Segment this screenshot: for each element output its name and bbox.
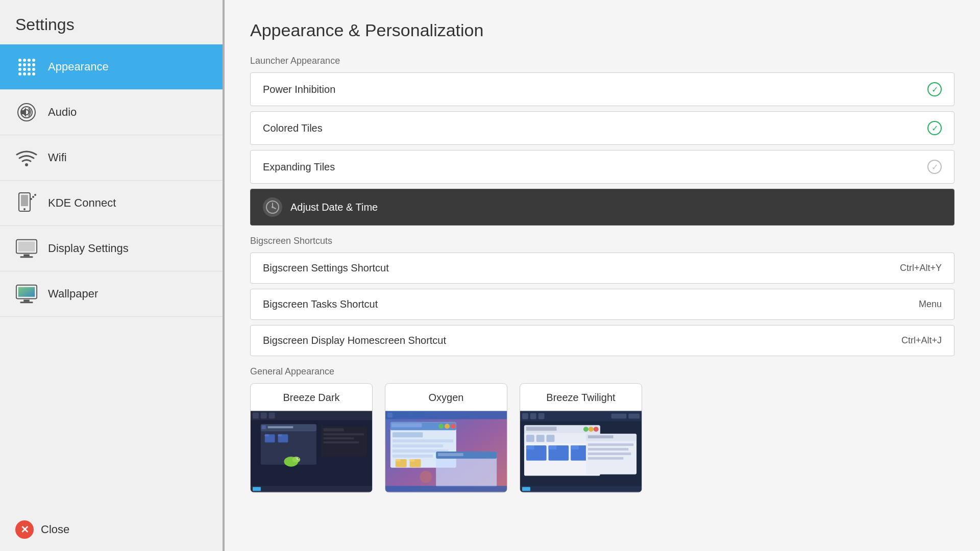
kde-connect-icon <box>15 192 38 214</box>
sidebar-item-kde-connect[interactable]: KDE Connect <box>0 181 223 226</box>
svg-rect-26 <box>261 413 267 419</box>
sidebar: Settings Appearance Audio <box>0 0 225 551</box>
svg-rect-67 <box>438 453 463 456</box>
svg-rect-62 <box>396 459 401 462</box>
sidebar-item-wallpaper[interactable]: Wallpaper <box>0 271 223 317</box>
bigscreen-tasks-shortcut-label: Bigscreen Tasks Shortcut <box>263 298 378 310</box>
svg-rect-6 <box>21 195 28 206</box>
sidebar-item-audio[interactable]: Audio <box>0 90 223 135</box>
svg-rect-45 <box>324 437 354 439</box>
general-appearance-label: General Appearance <box>250 366 954 377</box>
svg-point-81 <box>589 427 594 432</box>
svg-point-10 <box>34 194 36 196</box>
svg-rect-56 <box>393 432 423 437</box>
svg-point-54 <box>445 423 450 429</box>
svg-rect-46 <box>324 441 359 443</box>
theme-breeze-dark-preview <box>251 411 372 492</box>
sidebar-item-appearance[interactable]: Appearance <box>0 44 223 90</box>
adjust-date-time-row[interactable]: Adjust Date & Time <box>250 189 954 226</box>
svg-rect-85 <box>536 435 545 442</box>
svg-point-55 <box>438 423 444 429</box>
svg-rect-44 <box>324 433 364 435</box>
svg-rect-14 <box>20 256 33 258</box>
svg-point-8 <box>30 198 32 200</box>
svg-rect-104 <box>520 486 642 492</box>
svg-rect-88 <box>526 445 534 449</box>
bigscreen-settings-shortcut-label: Bigscreen Settings Shortcut <box>263 262 389 274</box>
svg-rect-75 <box>611 414 627 419</box>
colored-tiles-check: ✓ <box>927 121 942 135</box>
svg-rect-105 <box>522 487 530 491</box>
svg-rect-100 <box>588 443 633 446</box>
expanding-tiles-check: ✓ <box>927 160 942 174</box>
bigscreen-settings-shortcut[interactable]: Bigscreen Settings Shortcut Ctrl+Alt+Y <box>250 253 954 284</box>
svg-rect-92 <box>571 445 579 449</box>
theme-breeze-twilight-label: Breeze Twilight <box>520 384 642 411</box>
wallpaper-icon <box>15 283 38 305</box>
main-content: Appearance & Personalization Launcher Ap… <box>225 0 980 551</box>
svg-rect-84 <box>526 435 534 442</box>
svg-rect-49 <box>387 413 393 418</box>
svg-rect-57 <box>393 439 453 442</box>
svg-rect-12 <box>18 242 35 252</box>
svg-point-53 <box>451 423 456 429</box>
theme-breeze-dark-label: Breeze Dark <box>251 384 372 411</box>
svg-point-82 <box>583 427 589 432</box>
svg-rect-86 <box>547 435 555 442</box>
power-inhibition-label: Power Inhibition <box>263 84 335 95</box>
sidebar-item-audio-label: Audio <box>48 106 77 119</box>
svg-rect-41 <box>253 487 261 491</box>
svg-rect-76 <box>628 414 640 419</box>
theme-breeze-twilight-preview <box>520 411 642 492</box>
close-button[interactable]: ✕ Close <box>0 508 223 551</box>
svg-point-4 <box>25 163 28 166</box>
svg-point-9 <box>32 196 34 198</box>
audio-icon <box>15 101 38 123</box>
svg-rect-90 <box>549 445 557 449</box>
sidebar-item-wallpaper-label: Wallpaper <box>48 287 98 300</box>
svg-rect-13 <box>23 254 29 256</box>
svg-point-68 <box>420 471 432 483</box>
bigscreen-homescreen-shortcut-key: Ctrl+Alt+J <box>901 335 942 346</box>
svg-rect-73 <box>530 413 536 419</box>
close-icon: ✕ <box>15 520 34 539</box>
power-inhibition-check: ✓ <box>927 82 942 96</box>
sidebar-item-wifi[interactable]: Wifi <box>0 135 223 181</box>
svg-rect-74 <box>538 413 545 419</box>
page-title: Appearance & Personalization <box>250 20 954 40</box>
svg-rect-31 <box>268 426 293 428</box>
svg-rect-43 <box>324 428 344 431</box>
expanding-tiles-label: Expanding Tiles <box>263 161 335 173</box>
bigscreen-tasks-shortcut[interactable]: Bigscreen Tasks Shortcut Menu <box>250 289 954 320</box>
app-title: Settings <box>0 0 223 44</box>
svg-point-39 <box>298 458 299 459</box>
colored-tiles-toggle[interactable]: Colored Tiles ✓ <box>250 111 954 145</box>
theme-card-oxygen[interactable]: Oxygen <box>385 383 507 493</box>
sidebar-item-display-settings[interactable]: Display Settings <box>0 226 223 271</box>
launcher-appearance-label: Launcher Appearance <box>250 56 954 66</box>
sidebar-item-kde-connect-label: KDE Connect <box>48 196 116 210</box>
svg-rect-48 <box>385 411 507 419</box>
theme-oxygen-label: Oxygen <box>385 384 507 411</box>
svg-rect-58 <box>393 444 443 447</box>
bigscreen-homescreen-shortcut[interactable]: Bigscreen Display Homescreen Shortcut Ct… <box>250 325 954 356</box>
theme-oxygen-preview <box>385 411 507 492</box>
svg-point-22 <box>272 206 274 208</box>
expanding-tiles-toggle[interactable]: Expanding Tiles ✓ <box>250 150 954 184</box>
sidebar-item-appearance-label: Appearance <box>48 60 109 73</box>
svg-rect-72 <box>522 413 528 419</box>
svg-rect-79 <box>526 427 557 431</box>
power-inhibition-toggle[interactable]: Power Inhibition ✓ <box>250 72 954 106</box>
theme-card-breeze-dark[interactable]: Breeze Dark <box>250 383 373 493</box>
bigscreen-settings-shortcut-key: Ctrl+Alt+Y <box>900 263 942 273</box>
theme-card-breeze-twilight[interactable]: Breeze Twilight <box>520 383 642 493</box>
sidebar-item-display-settings-label: Display Settings <box>48 242 129 255</box>
bigscreen-tasks-shortcut-key: Menu <box>919 299 942 310</box>
svg-rect-64 <box>410 459 415 462</box>
svg-rect-30 <box>262 425 266 429</box>
svg-rect-40 <box>251 486 372 492</box>
svg-rect-101 <box>588 448 628 450</box>
svg-rect-33 <box>265 434 269 436</box>
svg-rect-16 <box>18 287 35 297</box>
svg-rect-25 <box>253 413 259 419</box>
